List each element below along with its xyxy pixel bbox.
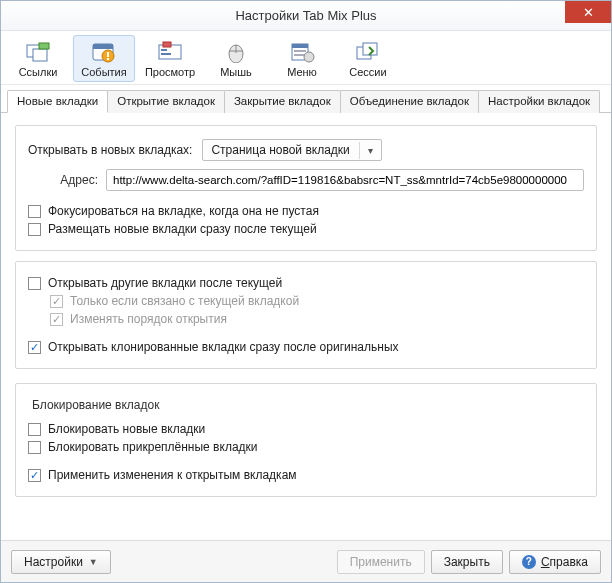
checkbox-icon: ✓	[50, 295, 63, 308]
checkbox-open-cloned-after-original[interactable]: ✓ Открывать клонированные вкладки сразу …	[28, 340, 584, 354]
svg-rect-9	[163, 42, 171, 47]
checkbox-label: Блокировать новые вкладки	[48, 422, 205, 436]
toolbar-label: Меню	[287, 66, 317, 78]
toolbar-label: Просмотр	[145, 66, 195, 78]
checkbox-lock-pinned-tabs[interactable]: Блокировать прикреплённые вкладки	[28, 440, 584, 454]
checkbox-icon	[28, 277, 41, 290]
svg-rect-1	[33, 49, 47, 61]
window-title: Настройки Tab Mix Plus	[235, 8, 376, 23]
checkbox-icon	[28, 423, 41, 436]
display-icon	[156, 40, 184, 64]
checkbox-focus-nonempty[interactable]: Фокусироваться на вкладке, когда она не …	[28, 204, 584, 218]
content-area: Открывать в новых вкладках: Страница нов…	[1, 113, 611, 540]
button-label: Настройки	[24, 555, 83, 569]
titlebar: Настройки Tab Mix Plus ✕	[1, 1, 611, 31]
tab-merge-tabs[interactable]: Объединение вкладок	[340, 90, 479, 113]
toolbar-item-events[interactable]: События	[73, 35, 135, 82]
toolbar-label: Сессии	[349, 66, 386, 78]
select-value: Страница новой вкладки	[211, 143, 349, 157]
sessions-icon	[354, 40, 382, 64]
sub-tabs: Новые вкладки Открытие вкладок Закрытие …	[1, 85, 611, 113]
toolbar-label: Ссылки	[19, 66, 58, 78]
footer: Настройки ▼ Применить Закрыть ? Справка	[1, 540, 611, 582]
chevron-down-icon: ▾	[359, 142, 377, 159]
checkbox-icon	[28, 205, 41, 218]
settings-window: Настройки Tab Mix Plus ✕ Ссылки События …	[0, 0, 612, 583]
links-icon	[24, 40, 52, 64]
svg-point-19	[304, 52, 314, 62]
svg-rect-4	[93, 44, 113, 49]
toolbar-item-mouse[interactable]: Мышь	[205, 35, 267, 82]
checkbox-label: Открывать другие вкладки после текущей	[48, 276, 282, 290]
checkbox-label: Только если связано с текущей вкладкой	[70, 294, 299, 308]
address-label: Адрес:	[28, 173, 98, 187]
toolbar-item-sessions[interactable]: Сессии	[337, 35, 399, 82]
svg-rect-11	[161, 53, 171, 55]
checkbox-label: Фокусироваться на вкладке, когда она не …	[48, 204, 319, 218]
help-button[interactable]: ? Справка	[509, 550, 601, 574]
group-legend: Блокирование вкладок	[28, 398, 163, 412]
open-in-label: Открывать в новых вкладках:	[28, 143, 192, 157]
checkbox-label: Применить изменения к открытым вкладкам	[48, 468, 297, 482]
address-input[interactable]	[106, 169, 584, 191]
close-icon: ✕	[583, 5, 594, 20]
settings-menu-button[interactable]: Настройки ▼	[11, 550, 111, 574]
toolbar-item-menu[interactable]: Меню	[271, 35, 333, 82]
help-icon: ?	[522, 555, 536, 569]
checkbox-label: Изменять порядок открытия	[70, 312, 227, 326]
group-other-tabs: Открывать другие вкладки после текущей ✓…	[15, 261, 597, 369]
toolbar: Ссылки События Просмотр Мышь Меню	[1, 31, 611, 85]
events-icon	[90, 40, 118, 64]
toolbar-item-display[interactable]: Просмотр	[139, 35, 201, 82]
button-label: Закрыть	[444, 555, 490, 569]
button-label: Справка	[541, 555, 588, 569]
tab-tab-settings[interactable]: Настройки вкладок	[478, 90, 600, 113]
tab-close-tabs[interactable]: Закрытие вкладок	[224, 90, 341, 113]
close-button[interactable]: Закрыть	[431, 550, 503, 574]
button-label: Применить	[350, 555, 412, 569]
checkbox-lock-new-tabs[interactable]: Блокировать новые вкладки	[28, 422, 584, 436]
close-window-button[interactable]: ✕	[565, 1, 611, 23]
svg-rect-7	[107, 58, 109, 60]
checkbox-label: Размещать новые вкладки сразу после теку…	[48, 222, 317, 236]
svg-rect-17	[294, 50, 306, 52]
svg-rect-6	[107, 52, 109, 57]
tab-open-tabs[interactable]: Открытие вкладок	[107, 90, 225, 113]
open-in-select[interactable]: Страница новой вкладки ▾	[202, 139, 382, 161]
checkbox-apply-to-open-tabs[interactable]: ✓ Применить изменения к открытым вкладка…	[28, 468, 584, 482]
menu-icon	[288, 40, 316, 64]
checkbox-icon	[28, 441, 41, 454]
checkbox-label: Открывать клонированные вкладки сразу по…	[48, 340, 399, 354]
checkbox-icon: ✓	[28, 469, 41, 482]
toolbar-label: События	[81, 66, 126, 78]
checkbox-icon: ✓	[50, 313, 63, 326]
checkbox-only-if-related: ✓ Только если связано с текущей вкладкой	[28, 294, 584, 308]
checkbox-label: Блокировать прикреплённые вкладки	[48, 440, 258, 454]
checkbox-place-after-current[interactable]: Размещать новые вкладки сразу после теку…	[28, 222, 584, 236]
svg-rect-10	[161, 49, 167, 51]
tab-new-tabs[interactable]: Новые вкладки	[7, 90, 108, 113]
checkbox-change-open-order: ✓ Изменять порядок открытия	[28, 312, 584, 326]
svg-rect-16	[292, 44, 308, 48]
group-tab-locking: Блокирование вкладок Блокировать новые в…	[15, 383, 597, 497]
toolbar-item-links[interactable]: Ссылки	[7, 35, 69, 82]
group-new-tab-page: Открывать в новых вкладках: Страница нов…	[15, 125, 597, 251]
apply-button: Применить	[337, 550, 425, 574]
checkbox-icon: ✓	[28, 341, 41, 354]
checkbox-icon	[28, 223, 41, 236]
toolbar-label: Мышь	[220, 66, 252, 78]
mouse-icon	[222, 40, 250, 64]
svg-rect-2	[39, 43, 49, 49]
checkbox-open-other-after-current[interactable]: Открывать другие вкладки после текущей	[28, 276, 584, 290]
chevron-down-icon: ▼	[89, 557, 98, 567]
